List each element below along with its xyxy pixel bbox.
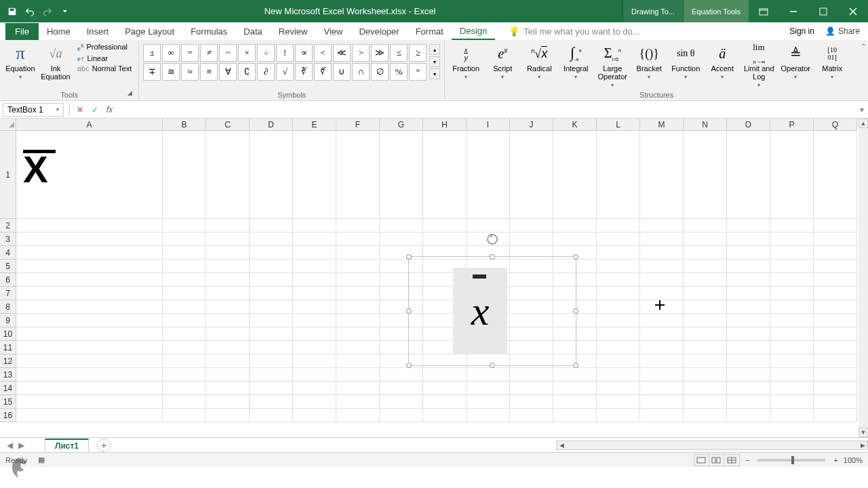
equation-button[interactable]: π Equation ▾ xyxy=(4,41,37,80)
tab-home[interactable]: Home xyxy=(39,24,79,39)
symbol-cell[interactable]: ≫ xyxy=(371,44,389,62)
accent-button[interactable]: äAccent▾ xyxy=(705,41,739,80)
cells-area[interactable]: X x xyxy=(16,131,859,437)
symbol-cell[interactable]: ≠ xyxy=(200,44,218,62)
row-header[interactable]: 14 xyxy=(0,382,16,395)
tab-developer[interactable]: Developer xyxy=(351,24,407,39)
resize-handle-sw[interactable] xyxy=(406,363,412,368)
scroll-down-icon[interactable]: ▼ xyxy=(859,428,868,437)
sheet-tab-active[interactable]: Лист1 xyxy=(45,439,89,452)
symbol-cell[interactable]: ≅ xyxy=(162,63,180,81)
ribbon-display-options-icon[interactable] xyxy=(749,0,778,22)
symbol-cell[interactable]: ∓ xyxy=(143,63,161,81)
radical-button[interactable]: n√xRadical▾ xyxy=(522,41,556,80)
column-header[interactable]: I xyxy=(467,119,510,131)
symbol-cell[interactable]: ! xyxy=(276,44,294,62)
symbol-cell[interactable]: < xyxy=(314,44,332,62)
column-header[interactable]: B xyxy=(163,119,206,131)
worksheet-grid[interactable]: ABCDEFGHIJKLMNOPQ 1234567891011121314151… xyxy=(0,119,868,437)
row-header[interactable]: 4 xyxy=(0,246,16,260)
sign-in-link[interactable]: Sign in xyxy=(789,26,814,36)
professional-button[interactable]: exProfessional xyxy=(75,41,134,53)
row-header[interactable]: 6 xyxy=(0,273,16,287)
symbols-scroll-up-icon[interactable]: ▴ xyxy=(429,44,440,55)
symbol-cell[interactable]: ∞ xyxy=(162,44,180,62)
scroll-right-icon[interactable]: ▶ xyxy=(858,441,867,449)
large-operator-button[interactable]: Σi=0nLarge Operator▾ xyxy=(595,41,629,88)
cancel-formula-button[interactable]: ✕ xyxy=(73,105,87,115)
resize-handle-ne[interactable] xyxy=(573,254,578,260)
column-header[interactable]: Q xyxy=(814,119,857,131)
row-header[interactable]: 12 xyxy=(0,354,16,368)
column-header[interactable]: O xyxy=(727,119,770,131)
tab-file[interactable]: File xyxy=(5,23,39,40)
symbol-cell[interactable]: ∅ xyxy=(371,63,389,81)
tell-me-search[interactable]: 💡 Tell me what you want to do... xyxy=(509,26,639,37)
column-header[interactable]: M xyxy=(640,119,684,131)
page-break-view-button[interactable] xyxy=(724,455,739,466)
column-header[interactable]: A xyxy=(16,119,163,131)
symbol-cell[interactable]: ≤ xyxy=(390,44,408,62)
column-header[interactable]: N xyxy=(684,119,727,131)
tab-data[interactable]: Data xyxy=(235,24,270,39)
symbol-cell[interactable]: ≥ xyxy=(409,44,427,62)
column-header[interactable]: C xyxy=(206,119,250,131)
zoom-level[interactable]: 100% xyxy=(844,456,863,464)
resize-handle-s[interactable] xyxy=(490,363,495,368)
linear-button[interactable]: e↑Linear xyxy=(75,54,134,63)
textbox-shape[interactable]: x xyxy=(408,256,576,366)
symbol-cell[interactable]: ∛ xyxy=(295,63,313,81)
page-layout-view-button[interactable] xyxy=(709,455,724,466)
symbol-cell[interactable]: ∂ xyxy=(257,63,275,81)
vertical-scrollbar[interactable]: ▲ ▼ xyxy=(859,119,868,437)
zoom-in-button[interactable]: + xyxy=(833,456,837,464)
symbol-cell[interactable]: ∩ xyxy=(352,63,370,81)
tools-launcher-icon[interactable]: ◢ xyxy=(127,89,137,99)
rotate-handle-icon[interactable] xyxy=(486,232,499,246)
zoom-slider[interactable] xyxy=(757,459,825,462)
column-header[interactable]: G xyxy=(380,119,423,131)
symbol-cell[interactable]: ° xyxy=(409,63,427,81)
symbol-cell[interactable]: ≈ xyxy=(181,63,199,81)
row-headers[interactable]: 12345678910111213141516 xyxy=(0,131,16,437)
column-header[interactable]: E xyxy=(293,119,336,131)
row-header[interactable]: 16 xyxy=(0,409,16,422)
sheet-nav-next-icon[interactable]: ▶ xyxy=(16,441,27,450)
symbol-cell[interactable]: = xyxy=(181,44,199,62)
tab-view[interactable]: View xyxy=(315,24,351,39)
row-header[interactable]: 5 xyxy=(0,260,16,273)
scroll-up-icon[interactable]: ▲ xyxy=(859,119,868,128)
formula-input[interactable] xyxy=(117,103,856,116)
new-sheet-button[interactable]: + xyxy=(97,439,111,452)
fx-icon[interactable]: fx xyxy=(102,105,117,115)
resize-handle-e[interactable] xyxy=(573,308,578,314)
symbol-cell[interactable]: ∜ xyxy=(314,63,332,81)
equation-object[interactable]: x xyxy=(453,268,507,354)
matrix-button[interactable]: [1001]Matrix▾ xyxy=(815,41,849,80)
drawing-tools-tab-group[interactable]: Drawing To... xyxy=(623,0,683,22)
horizontal-scrollbar[interactable]: ◀ ▶ xyxy=(556,441,868,450)
tab-page-layout[interactable]: Page Layout xyxy=(117,24,182,39)
script-button[interactable]: exScript▾ xyxy=(486,41,519,80)
save-button[interactable] xyxy=(4,3,20,20)
normal-text-button[interactable]: abcNormal Text xyxy=(75,64,134,73)
ink-equation-button[interactable]: √a Ink Equation xyxy=(39,41,72,81)
row-header[interactable]: 8 xyxy=(0,300,16,314)
tab-review[interactable]: Review xyxy=(271,24,316,39)
column-header[interactable]: H xyxy=(423,119,467,131)
row-header[interactable]: 1 xyxy=(0,131,16,219)
scroll-left-icon[interactable]: ◀ xyxy=(557,441,566,449)
symbol-cell[interactable]: ≡ xyxy=(200,63,218,81)
equation-tools-tab-group[interactable]: Equation Tools xyxy=(683,0,749,22)
function-button[interactable]: sin θFunction▾ xyxy=(669,41,703,80)
symbol-cell[interactable]: ∁ xyxy=(238,63,256,81)
fraction-button[interactable]: xyFraction▾ xyxy=(449,41,483,80)
symbol-cell[interactable]: ∪ xyxy=(333,63,351,81)
row-header[interactable]: 9 xyxy=(0,314,16,327)
symbol-cell[interactable]: ∝ xyxy=(295,44,313,62)
resize-handle-se[interactable] xyxy=(573,363,578,368)
tab-formulas[interactable]: Formulas xyxy=(182,24,235,39)
symbol-cell[interactable]: × xyxy=(238,44,256,62)
row-header[interactable]: 3 xyxy=(0,232,16,246)
symbol-cell[interactable]: > xyxy=(352,44,370,62)
